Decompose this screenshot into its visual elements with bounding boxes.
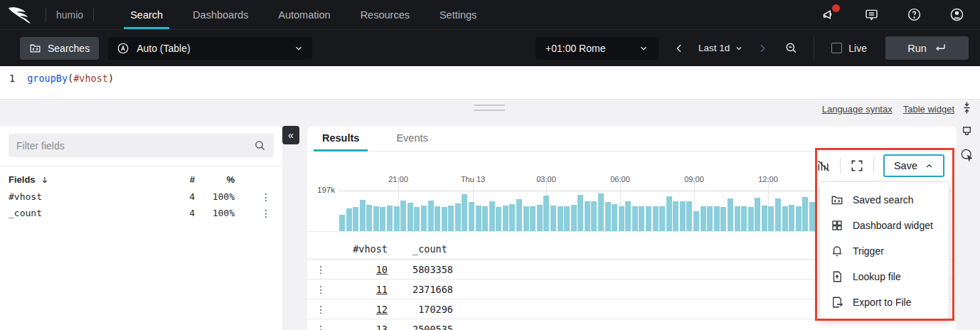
sort-desc-icon[interactable] xyxy=(41,176,49,184)
searches-button[interactable]: Searches xyxy=(20,37,99,60)
fields-header: Fields # % xyxy=(9,171,275,188)
toggle-histogram-icon[interactable] xyxy=(816,159,831,173)
menu-item-label: Dashboard widget xyxy=(853,220,933,231)
announcement-icon[interactable] xyxy=(821,7,836,22)
x-tick-label: 03:00 xyxy=(536,175,556,183)
brand-label[interactable]: humio xyxy=(56,9,83,21)
menu-item-trigger[interactable]: Trigger xyxy=(820,238,949,264)
searches-label: Searches xyxy=(48,43,90,54)
tab-results[interactable]: Results xyxy=(314,127,368,151)
search-toolbar: Searches Auto (Table) +01:00 Rome Last 1… xyxy=(0,29,980,66)
field-percent: 100% xyxy=(195,208,235,218)
fields-header-label[interactable]: Fields xyxy=(9,174,36,185)
saved-search-icon xyxy=(831,193,843,206)
highlighter-icon[interactable] xyxy=(960,124,974,138)
menu-item-saved-search[interactable]: Saved search xyxy=(820,187,949,213)
view-mode-select[interactable]: Auto (Table) xyxy=(108,37,312,60)
percent-column-header: % xyxy=(195,174,235,185)
collapse-panel-button[interactable]: « xyxy=(282,126,299,144)
field-name[interactable]: _count xyxy=(9,208,161,218)
lookup-file-icon xyxy=(831,270,843,283)
table-widget-link[interactable]: Table widget xyxy=(903,104,954,115)
kebab-icon[interactable]: ⋮ xyxy=(307,284,334,295)
feedback-icon[interactable] xyxy=(864,7,879,22)
menu-item-label: Saved search xyxy=(853,194,914,206)
kebab-icon[interactable]: ⋮ xyxy=(235,208,275,219)
help-icon[interactable] xyxy=(907,7,922,22)
view-mode-value: Auto (Table) xyxy=(137,43,190,54)
vhost-value-link[interactable]: 10 xyxy=(376,264,388,275)
time-range-value: Last 1d xyxy=(698,43,730,53)
kebab-icon[interactable]: ⋮ xyxy=(307,324,334,330)
fullscreen-icon[interactable] xyxy=(850,159,864,173)
count-column-header[interactable]: _count xyxy=(412,243,491,255)
kebab-icon[interactable]: ⋮ xyxy=(235,191,275,203)
time-range-select[interactable]: Last 1d xyxy=(698,43,743,53)
falcon-logo-icon[interactable] xyxy=(7,6,36,24)
field-count: 4 xyxy=(161,191,195,202)
language-syntax-link[interactable]: Language syntax xyxy=(822,104,893,115)
menu-item-export-to-file[interactable]: Export to File xyxy=(820,289,949,315)
menu-item-lookup-file[interactable]: Lookup file xyxy=(820,264,949,289)
vhost-value-link[interactable]: 13 xyxy=(376,324,388,330)
time-prev-icon[interactable] xyxy=(673,43,685,54)
count-value: 2371668 xyxy=(412,284,491,295)
export-file-icon xyxy=(831,296,843,309)
time-next-icon[interactable] xyxy=(757,43,768,54)
filter-fields-wrap xyxy=(9,134,274,157)
x-tick-label: Thu 13 xyxy=(461,175,485,183)
field-name[interactable]: #vhost xyxy=(9,191,161,202)
results-tabs: Results Events xyxy=(307,127,957,151)
run-label: Run xyxy=(907,43,927,54)
nav-right-icons xyxy=(821,7,980,22)
save-button[interactable]: Save xyxy=(883,154,944,177)
vhost-value-link[interactable]: 12 xyxy=(376,304,388,315)
line-number: 1 xyxy=(9,73,15,99)
field-count: 4 xyxy=(161,208,195,218)
kebab-icon[interactable]: ⋮ xyxy=(307,304,334,315)
tab-events[interactable]: Events xyxy=(388,127,436,151)
doc-links: Language syntax Table widget xyxy=(822,104,954,115)
divider xyxy=(840,158,841,174)
enter-icon xyxy=(934,43,947,53)
divider xyxy=(46,9,46,21)
chevron-down-icon xyxy=(294,43,304,53)
field-row[interactable]: #vhost 4 100% ⋮ xyxy=(9,188,275,205)
query-function: groupBy xyxy=(27,73,68,84)
nav-item-settings[interactable]: Settings xyxy=(425,0,491,29)
nav-item-resources[interactable]: Resources xyxy=(346,0,425,29)
query-editor[interactable]: 1 groupBy(#vhost) xyxy=(0,66,980,100)
body: Language syntax Table widget xyxy=(0,100,980,330)
main-nav: Search Dashboards Automation Resources S… xyxy=(115,0,491,29)
field-percent: 100% xyxy=(195,191,235,202)
live-checkbox[interactable] xyxy=(831,43,842,53)
x-tick-label: 12:00 xyxy=(758,175,778,183)
click-target-icon[interactable] xyxy=(960,148,974,161)
timezone-select[interactable]: +01:00 Rome xyxy=(536,37,659,60)
y-axis-max-label: 197k xyxy=(317,186,335,194)
timezone-value: +01:00 Rome xyxy=(545,43,605,54)
live-toggle[interactable]: Live xyxy=(831,43,867,54)
save-label: Save xyxy=(894,160,917,171)
zoom-out-icon[interactable] xyxy=(784,41,798,55)
nav-item-dashboards[interactable]: Dashboards xyxy=(178,0,263,29)
field-row[interactable]: _count 4 100% ⋮ xyxy=(9,205,275,221)
nav-item-search[interactable]: Search xyxy=(115,0,178,29)
nav-item-automation[interactable]: Automation xyxy=(263,0,345,29)
account-icon[interactable] xyxy=(949,7,964,22)
kebab-icon[interactable]: ⋮ xyxy=(307,264,334,275)
trigger-icon xyxy=(831,245,843,257)
menu-item-label: Trigger xyxy=(853,245,884,257)
count-value: 5803358 xyxy=(412,264,491,275)
run-button[interactable]: Run xyxy=(885,36,969,60)
vhost-column-header[interactable]: #vhost xyxy=(334,243,412,255)
toolbar-right: +01:00 Rome Last 1d Live Run xyxy=(536,36,969,60)
x-tick-label: 06:00 xyxy=(610,175,630,183)
x-tick-label: 09:00 xyxy=(684,175,704,183)
divider xyxy=(814,37,814,60)
collapse-vertical-icon[interactable] xyxy=(960,101,974,115)
resize-handle[interactable] xyxy=(474,105,505,115)
filter-fields-input[interactable] xyxy=(16,140,254,151)
vhost-value-link[interactable]: 11 xyxy=(376,284,388,295)
menu-item-dashboard-widget[interactable]: Dashboard widget xyxy=(820,213,949,238)
